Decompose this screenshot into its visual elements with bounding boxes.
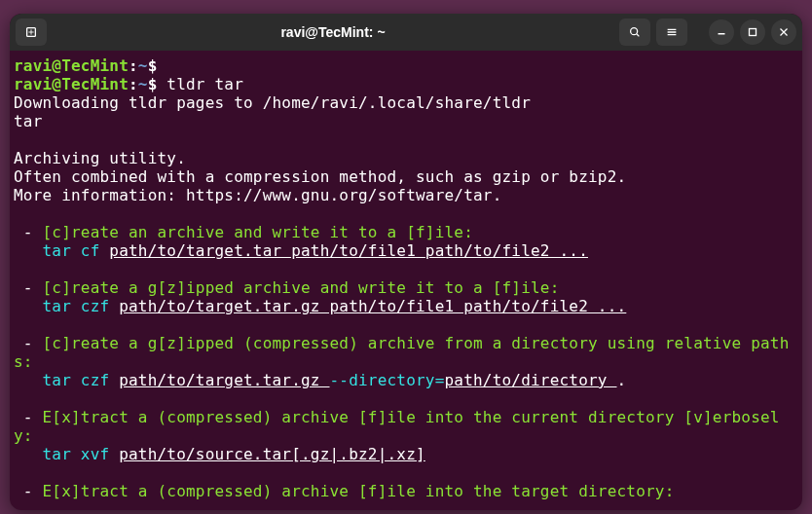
svg-rect-2 xyxy=(750,29,757,36)
example-arg: path/to/target.tar path/to/file1 path/to… xyxy=(109,241,588,260)
example-arg: path/to/target.tar.gz path/to/file1 path… xyxy=(119,297,626,315)
prompt-path: ~ xyxy=(138,56,148,75)
example-title: [c]reate a g[z]ipped (compressed) archiv… xyxy=(14,334,789,371)
example-arg: path/to/directory xyxy=(445,371,617,389)
prompt-sep: : xyxy=(129,75,138,93)
bullet-dash: - xyxy=(14,408,43,426)
output-line: tar xyxy=(14,112,43,130)
indent xyxy=(14,297,43,315)
example-cmd: tar cf xyxy=(43,241,110,260)
example-cmd: tar xvf xyxy=(43,445,120,463)
output-line: More information: https://www.gnu.org/so… xyxy=(14,186,501,204)
example-cmd: tar czf xyxy=(43,297,120,315)
bullet-dash: - xyxy=(14,334,43,352)
example-title: [c]reate an archive and write it to a [f… xyxy=(43,223,473,241)
command-line xyxy=(158,56,167,75)
bullet-dash: - xyxy=(14,482,43,500)
example-title: [c]reate a g[z]ipped archive and write i… xyxy=(43,278,560,297)
output-line: Archiving utility. xyxy=(14,149,186,167)
prompt-path: ~ xyxy=(138,75,148,93)
example-flag: --directory= xyxy=(330,371,445,389)
terminal-window: ravi@TecMint: ~ ravi@TecMint:~$ ravi@Tec… xyxy=(10,14,802,510)
bullet-dash: - xyxy=(14,278,43,297)
prompt-dollar: $ xyxy=(148,56,158,75)
search-button[interactable] xyxy=(619,18,650,46)
bullet-dash: - xyxy=(14,223,43,241)
example-dot: . xyxy=(617,371,627,389)
example-arg: path/to/source.tar[.gz|.bz2|.xz] xyxy=(119,445,425,463)
command-line: tldr tar xyxy=(158,75,244,93)
output-line: Downloading tldr pages to /home/ravi/.lo… xyxy=(14,93,531,112)
window-title: ravi@TecMint: ~ xyxy=(47,24,619,40)
prompt-user: ravi@TecMint xyxy=(14,75,129,93)
new-tab-button[interactable] xyxy=(16,18,47,46)
indent xyxy=(14,241,43,260)
close-button[interactable] xyxy=(771,19,796,45)
output-line: Often combined with a compression method… xyxy=(14,167,626,186)
indent xyxy=(14,445,43,463)
example-title: E[x]tract a (compressed) archive [f]ile … xyxy=(43,482,675,500)
maximize-button[interactable] xyxy=(740,19,765,45)
terminal-content[interactable]: ravi@TecMint:~$ ravi@TecMint:~$ tldr tar… xyxy=(10,51,802,504)
indent xyxy=(14,371,43,389)
prompt-sep: : xyxy=(129,56,138,75)
titlebar: ravi@TecMint: ~ xyxy=(10,14,802,51)
example-arg: path/to/target.tar.gz xyxy=(119,371,329,389)
prompt-dollar: $ xyxy=(148,75,158,93)
minimize-button[interactable] xyxy=(709,19,734,45)
svg-point-1 xyxy=(631,28,638,35)
menu-button[interactable] xyxy=(656,18,687,46)
prompt-user: ravi@TecMint xyxy=(14,56,129,75)
example-title: E[x]tract a (compressed) archive [f]ile … xyxy=(14,408,780,445)
example-cmd: tar czf xyxy=(43,371,120,389)
